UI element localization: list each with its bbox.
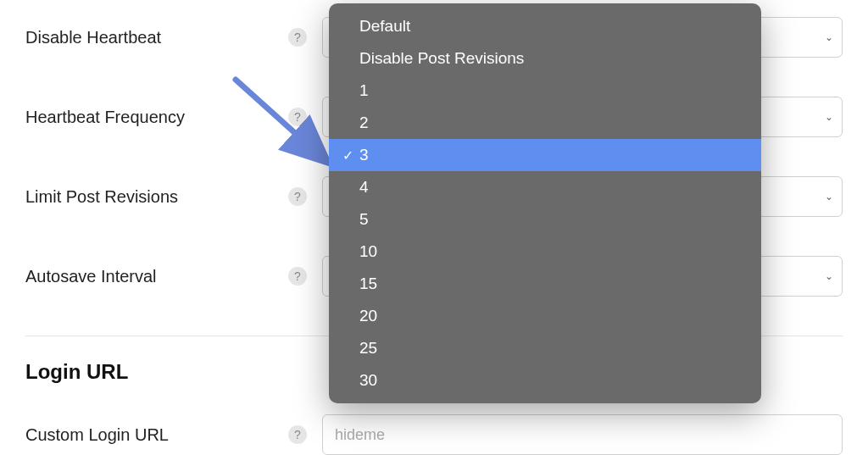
label-limit-post-revisions: Limit Post Revisions [25, 187, 288, 207]
dropdown-option-label: 25 [359, 339, 377, 358]
chevron-down-icon: ⌄ [825, 31, 833, 43]
chevron-down-icon: ⌄ [825, 111, 833, 123]
dropdown-option[interactable]: 4 [329, 171, 761, 203]
check-icon: ✓ [337, 147, 358, 164]
dropdown-option-label: 5 [359, 210, 369, 229]
dropdown-option[interactable]: 2 [329, 107, 761, 139]
row-custom-login-url: Custom Login URL ? hideme [25, 414, 843, 455]
dropdown-option-label: 2 [359, 114, 369, 132]
chevron-down-icon: ⌄ [825, 270, 833, 282]
dropdown-option[interactable]: 10 [329, 236, 761, 268]
dropdown-option[interactable]: 1 [329, 75, 761, 107]
input-custom-login-url[interactable]: hideme [322, 414, 843, 455]
help-icon[interactable]: ? [288, 28, 307, 47]
help-icon[interactable]: ? [288, 267, 307, 286]
dropdown-option[interactable]: ✓3 [329, 139, 761, 171]
label-autosave-interval: Autosave Interval [25, 267, 288, 286]
dropdown-option[interactable]: 30 [329, 364, 761, 397]
dropdown-option-label: 10 [359, 242, 377, 261]
limit-post-revisions-dropdown[interactable]: DefaultDisable Post Revisions12✓34510152… [329, 3, 761, 403]
dropdown-option[interactable]: Disable Post Revisions [329, 42, 761, 75]
dropdown-option-label: 20 [359, 307, 377, 325]
dropdown-option[interactable]: 5 [329, 203, 761, 236]
dropdown-option-label: 4 [359, 178, 369, 197]
input-value: hideme [335, 426, 385, 444]
dropdown-option[interactable]: Default [329, 10, 761, 42]
dropdown-option[interactable]: 15 [329, 268, 761, 300]
label-custom-login-url: Custom Login URL [25, 425, 288, 445]
dropdown-option-label: Disable Post Revisions [359, 49, 524, 68]
dropdown-option[interactable]: 20 [329, 300, 761, 332]
dropdown-option[interactable]: 25 [329, 332, 761, 364]
dropdown-option-label: 15 [359, 275, 377, 293]
chevron-down-icon: ⌄ [825, 191, 833, 203]
help-icon[interactable]: ? [288, 187, 307, 206]
dropdown-option-label: 1 [359, 81, 369, 100]
help-icon[interactable]: ? [288, 108, 307, 126]
dropdown-option-label: Default [359, 17, 410, 36]
dropdown-option-label: 30 [359, 371, 377, 390]
help-icon[interactable]: ? [288, 425, 307, 444]
label-disable-heartbeat: Disable Heartbeat [25, 28, 288, 47]
dropdown-option-label: 3 [359, 146, 369, 164]
label-heartbeat-frequency: Heartbeat Frequency [25, 108, 288, 127]
